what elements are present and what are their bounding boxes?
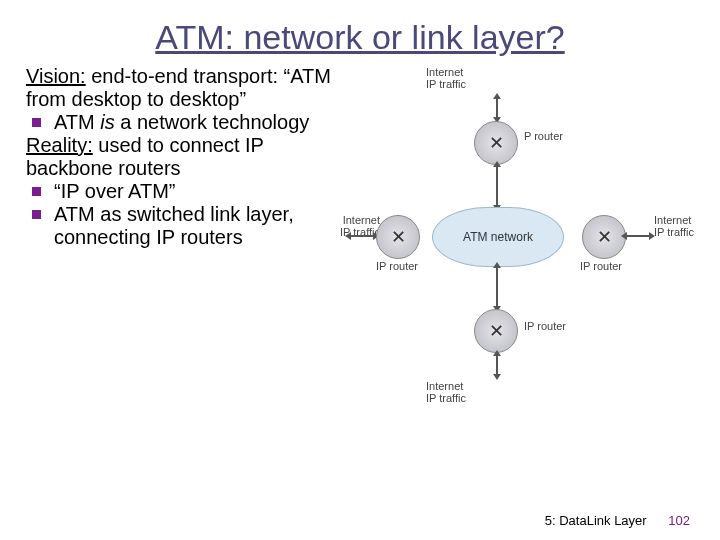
- arrow-icon: [350, 235, 374, 237]
- arrow-icon: [496, 355, 498, 375]
- vision-label: Vision:: [26, 65, 86, 87]
- label-router-right: IP router: [580, 261, 622, 273]
- label-internet-right: InternetIP traffic: [654, 215, 694, 238]
- router-icon: ✕: [474, 309, 518, 353]
- reality-label: Reality:: [26, 134, 93, 156]
- reality-bullet-2: ATM as switched link layer, connecting I…: [26, 203, 346, 249]
- label-router-bottom: IP router: [524, 321, 566, 333]
- router-icon: ✕: [376, 215, 420, 259]
- b1-em: is: [100, 111, 114, 133]
- atm-cloud: ATM network: [432, 207, 564, 267]
- arrow-icon: [626, 235, 650, 237]
- label-router-left: IP router: [376, 261, 418, 273]
- arrow-icon: [496, 166, 498, 206]
- router-icon: ✕: [474, 121, 518, 165]
- reality-bullet-1: “IP over ATM”: [26, 180, 346, 203]
- footer-page: 102: [668, 513, 690, 528]
- arrow-icon: [496, 98, 498, 118]
- body-text: Vision: end-to-end transport: “ATM from …: [0, 57, 354, 425]
- label-router-top: P router: [524, 131, 563, 143]
- vision-line: Vision: end-to-end transport: “ATM from …: [26, 65, 346, 111]
- b1-post: a network technology: [115, 111, 310, 133]
- vision-bullet-1: ATM is a network technology: [26, 111, 346, 134]
- slide-title: ATM: network or link layer?: [0, 0, 720, 57]
- reality-line: Reality: used to connect IP backbone rou…: [26, 134, 346, 180]
- content-row: Vision: end-to-end transport: “ATM from …: [0, 57, 720, 425]
- b1-pre: ATM: [54, 111, 100, 133]
- router-icon: ✕: [582, 215, 626, 259]
- arrow-icon: [496, 267, 498, 307]
- network-diagram: InternetIP traffic ✕ P router ATM networ…: [354, 65, 694, 425]
- slide-footer: 5: DataLink Layer 102: [545, 513, 690, 528]
- label-internet-top: InternetIP traffic: [426, 67, 466, 90]
- footer-chapter: 5: DataLink Layer: [545, 513, 647, 528]
- label-internet-bottom: InternetIP traffic: [426, 381, 466, 404]
